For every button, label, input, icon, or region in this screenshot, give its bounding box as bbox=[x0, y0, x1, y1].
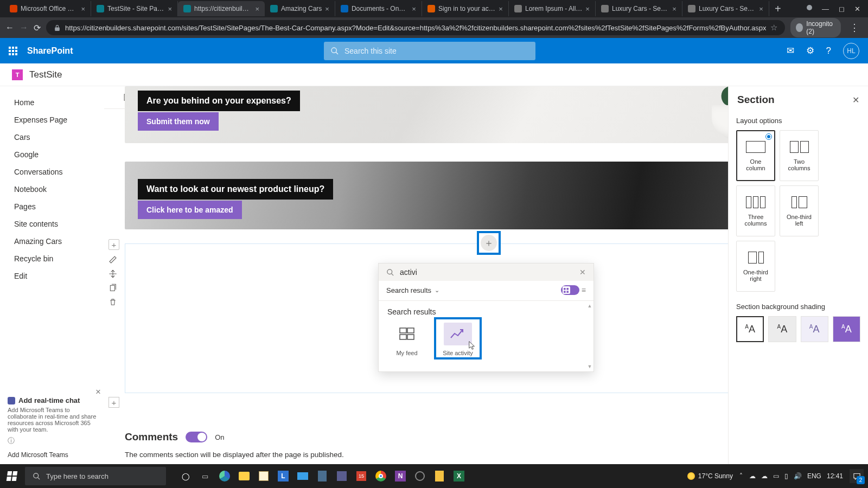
filter-chevron-icon[interactable]: ⌄ bbox=[435, 287, 439, 294]
suite-search-input[interactable] bbox=[344, 47, 529, 55]
minimize-button[interactable]: — bbox=[822, 5, 829, 13]
bookmark-star-icon[interactable]: ☆ bbox=[770, 23, 777, 33]
app-power[interactable] bbox=[431, 467, 448, 485]
promo-info-icon[interactable]: ⓘ bbox=[8, 436, 99, 446]
site-name[interactable]: TestSite bbox=[29, 69, 62, 80]
app-store[interactable] bbox=[255, 467, 272, 485]
webpart-my-feed[interactable]: My feed bbox=[387, 323, 426, 356]
app-snip[interactable] bbox=[333, 467, 350, 485]
layout-option-two[interactable]: Twocolumns bbox=[780, 130, 819, 181]
clock[interactable]: 12:41 bbox=[827, 472, 843, 480]
layout-option-tr[interactable]: One-thirdright bbox=[736, 241, 775, 292]
leftnav-item[interactable]: Conversations bbox=[0, 163, 104, 181]
layout-option-one[interactable]: Onecolumn bbox=[736, 130, 775, 181]
app-cortana[interactable]: ◯ bbox=[177, 467, 194, 485]
app-excel[interactable]: X bbox=[450, 467, 468, 485]
comments-toggle[interactable] bbox=[186, 432, 207, 442]
onedrive-icon[interactable]: ☁ bbox=[749, 472, 756, 480]
user-avatar[interactable]: HL bbox=[843, 43, 859, 59]
leftnav-item[interactable]: Recycle bin bbox=[0, 250, 104, 267]
browser-tab[interactable]: Microsoft Office Home× bbox=[4, 1, 91, 16]
new-tab-button[interactable]: + bbox=[769, 3, 787, 15]
close-window-button[interactable]: ✕ bbox=[854, 5, 860, 13]
promo-close-button[interactable]: × bbox=[95, 387, 101, 397]
move-section-icon[interactable] bbox=[108, 269, 117, 278]
browser-tab[interactable]: Amazing Cars× bbox=[265, 1, 335, 16]
battery-icon[interactable]: ▭ bbox=[773, 472, 779, 480]
app-taskview[interactable]: ▭ bbox=[196, 467, 214, 485]
view-list-button[interactable]: ≡ bbox=[582, 286, 586, 294]
picker-scrollbar[interactable]: ▲▼ bbox=[587, 303, 592, 369]
tab-close-icon[interactable]: × bbox=[255, 5, 259, 13]
leftnav-item[interactable]: Notebook bbox=[0, 181, 104, 198]
suite-search[interactable] bbox=[324, 42, 535, 60]
taskbar-search[interactable]: Type here to search bbox=[25, 467, 166, 485]
browser-tab[interactable]: Luxury Cars - Sedans,× bbox=[682, 1, 769, 16]
shade-neutral[interactable]: AA bbox=[768, 316, 796, 342]
back-button[interactable]: ← bbox=[5, 23, 14, 33]
app-generic-blue[interactable]: L bbox=[275, 467, 292, 485]
app-explorer[interactable] bbox=[235, 467, 253, 485]
leftnav-item[interactable]: Amazing Cars bbox=[0, 233, 104, 250]
network-icon[interactable]: ▯ bbox=[784, 472, 788, 480]
duplicate-section-icon[interactable] bbox=[108, 284, 117, 292]
webpart-site-activity[interactable]: Site activity bbox=[438, 323, 477, 356]
app-calculator[interactable] bbox=[314, 467, 331, 485]
app-todo[interactable]: 15 bbox=[353, 467, 370, 485]
tab-close-icon[interactable]: × bbox=[499, 5, 503, 13]
app-edge[interactable] bbox=[216, 467, 233, 485]
address-bar[interactable]: https://citizenbuilders.sharepoint.com/s… bbox=[46, 20, 785, 35]
app-onenote[interactable]: N bbox=[392, 467, 409, 485]
maximize-button[interactable]: ◻ bbox=[839, 5, 845, 13]
tab-close-icon[interactable]: × bbox=[412, 5, 416, 13]
hero-products-button[interactable]: Click here to be amazed bbox=[138, 201, 242, 219]
leftnav-item[interactable]: Google bbox=[0, 146, 104, 163]
edit-section-icon[interactable] bbox=[108, 255, 117, 264]
leftnav-item[interactable]: Expenses Page bbox=[0, 111, 104, 129]
picker-clear-button[interactable]: ✕ bbox=[579, 268, 586, 277]
leftnav-item[interactable]: Edit bbox=[0, 267, 104, 285]
shade-soft[interactable]: AA bbox=[801, 316, 828, 342]
browser-tab[interactable]: TestSite - Site Pages - × bbox=[91, 1, 178, 16]
help-icon[interactable]: ? bbox=[826, 46, 831, 56]
tab-close-icon[interactable]: × bbox=[759, 5, 763, 13]
leftnav-item[interactable]: Pages bbox=[0, 198, 104, 215]
volume-icon[interactable]: 🔊 bbox=[794, 472, 802, 480]
site-logo[interactable]: T bbox=[12, 69, 23, 80]
browser-tab[interactable]: Lorem Ipsum - All the× bbox=[509, 1, 596, 16]
start-button[interactable] bbox=[0, 464, 24, 488]
browser-tab[interactable]: Documents - OneDr× bbox=[335, 1, 422, 16]
panel-close-button[interactable]: ✕ bbox=[852, 95, 859, 105]
account-dot-icon[interactable] bbox=[807, 5, 812, 10]
tab-close-icon[interactable]: × bbox=[585, 5, 590, 13]
app-obs[interactable] bbox=[411, 467, 429, 485]
weather-widget[interactable]: 17°C Sunny bbox=[687, 472, 733, 480]
delete-section-icon[interactable] bbox=[108, 298, 117, 306]
promo-action-link[interactable]: Add Microsoft Teams bbox=[8, 451, 99, 459]
add-section-below-button[interactable]: + bbox=[108, 397, 119, 408]
tray-chevron-icon[interactable]: ˄ bbox=[739, 472, 743, 480]
app-chrome[interactable] bbox=[372, 467, 390, 485]
shade-none[interactable]: AA bbox=[736, 316, 764, 342]
layout-option-tl[interactable]: One-thirdleft bbox=[780, 185, 819, 236]
browser-tab[interactable]: https://citizenbuilders× bbox=[178, 1, 265, 16]
shade-strong[interactable]: AA bbox=[833, 316, 860, 342]
forward-button[interactable]: → bbox=[20, 23, 28, 33]
language-indicator[interactable]: ENG bbox=[807, 472, 821, 480]
settings-gear-icon[interactable]: ⚙ bbox=[806, 45, 814, 56]
reload-button[interactable]: ⟳ bbox=[34, 23, 41, 33]
tab-close-icon[interactable]: × bbox=[168, 5, 172, 13]
picker-filter-label[interactable]: Search results bbox=[386, 286, 431, 294]
action-center-button[interactable]: 2 bbox=[850, 469, 864, 483]
add-section-button[interactable]: + bbox=[108, 239, 119, 250]
leftnav-item[interactable]: Cars bbox=[0, 129, 104, 146]
add-webpart-button[interactable]: ＋ bbox=[477, 231, 501, 255]
tab-close-icon[interactable]: × bbox=[81, 5, 85, 13]
view-grid-toggle[interactable] bbox=[561, 285, 579, 295]
leftnav-item[interactable]: Home bbox=[0, 94, 104, 111]
picker-search-input[interactable] bbox=[400, 268, 574, 277]
tab-close-icon[interactable]: × bbox=[672, 5, 676, 13]
incognito-badge[interactable]: Incognito (2) bbox=[790, 18, 841, 37]
share-icon[interactable]: ✉ bbox=[787, 45, 794, 56]
app-mail[interactable] bbox=[294, 467, 311, 485]
